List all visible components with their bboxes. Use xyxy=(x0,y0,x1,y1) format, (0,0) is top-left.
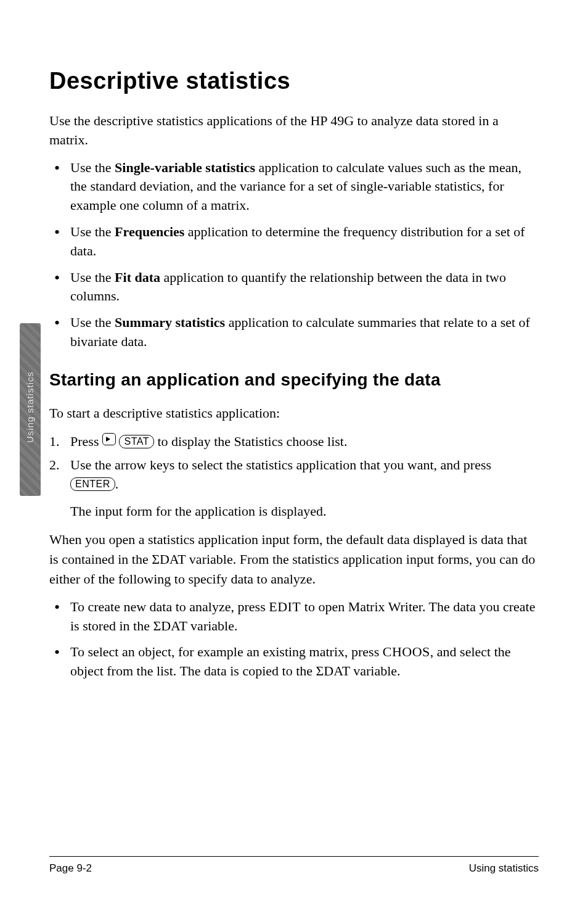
softkey-label: EDIT xyxy=(269,599,301,614)
page-title: Descriptive statistics xyxy=(49,68,539,94)
text: Use the xyxy=(70,160,115,175)
text: To create new data to analyze, press xyxy=(70,599,269,614)
step-item: Press STAT to display the Statistics cho… xyxy=(49,432,539,452)
text: To select an object, for example an exis… xyxy=(70,644,383,659)
paragraph: To start a descriptive statistics applic… xyxy=(49,403,539,423)
right-shift-key-icon xyxy=(102,433,116,445)
intro-paragraph: Use the descriptive statistics applicati… xyxy=(49,112,539,150)
step-result: The input form for the application is di… xyxy=(49,501,539,521)
feature-list: Use the Single-variable statistics appli… xyxy=(49,159,539,352)
bold-term: Frequencies xyxy=(115,224,184,239)
list-item: To select an object, for example an exis… xyxy=(49,643,539,681)
text: Press xyxy=(70,434,102,449)
page-number: Page 9-2 xyxy=(49,862,92,875)
paragraph: When you open a statistics application i… xyxy=(49,530,539,589)
text: . xyxy=(115,476,119,492)
softkey-label: CHOOS xyxy=(383,644,430,659)
bold-term: Fit data xyxy=(115,270,160,285)
bold-term: Single-variable statistics xyxy=(115,160,255,175)
step-list: Press STAT to display the Statistics cho… xyxy=(49,432,539,495)
bold-term: Summary statistics xyxy=(115,315,225,330)
option-list: To create new data to analyze, press EDI… xyxy=(49,598,539,681)
step-item: Use the arrow keys to select the statist… xyxy=(49,455,539,495)
text: to display the Statistics choose list. xyxy=(154,434,347,449)
enter-key-icon: ENTER xyxy=(70,477,115,491)
list-item: Use the Frequencies application to deter… xyxy=(49,223,539,261)
text: Use the xyxy=(70,315,115,330)
list-item: Use the Single-variable statistics appli… xyxy=(49,159,539,215)
list-item: Use the Summary statistics application t… xyxy=(49,313,539,352)
stat-key-icon: STAT xyxy=(119,435,154,448)
footer-rule xyxy=(49,856,539,857)
section-heading: Starting an application and specifying t… xyxy=(49,370,539,390)
chapter-name: Using statistics xyxy=(469,862,539,875)
list-item: To create new data to analyze, press EDI… xyxy=(49,598,539,636)
text: Use the xyxy=(70,270,115,285)
page-footer: Page 9-2 Using statistics xyxy=(49,862,539,875)
list-item: Use the Fit data application to quantify… xyxy=(49,268,539,307)
page-content: Descriptive statistics Use the descripti… xyxy=(0,0,588,903)
text: Use the arrow keys to select the statist… xyxy=(70,457,491,472)
text: Use the xyxy=(70,224,115,239)
